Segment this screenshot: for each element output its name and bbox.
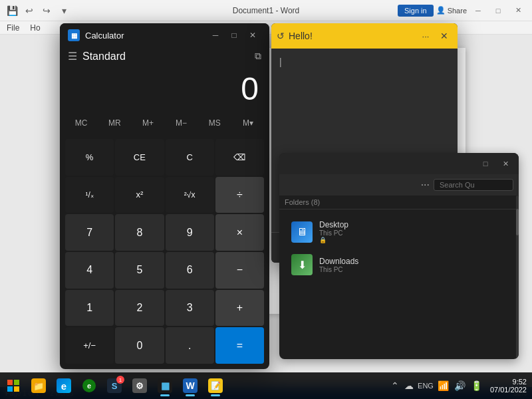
taskbar-app-notepad[interactable]: 📝 [203,374,227,398]
calc-buttons-grid: % CE C ⌫ ¹/ₓ x² ²√x ÷ 7 8 9 × 4 5 6 − 1 … [60,136,269,369]
lang-indicator[interactable]: ENG [418,382,434,390]
taskbar-app-settings[interactable]: ⚙ [128,374,152,398]
calc-1-button[interactable]: 1 [65,290,114,327]
calc-c-button[interactable]: C [166,139,214,176]
ribbon-home[interactable]: Ho [30,23,40,33]
undo-icon[interactable]: ↩ [23,4,36,17]
fe-scrollbar-thumb [516,209,519,235]
calc-percent-button[interactable]: % [65,139,114,176]
taskbar-app-word[interactable]: W [178,374,202,398]
keep-on-top-icon[interactable]: ⧉ [255,51,261,62]
notepad-history-icon[interactable]: ↺ [277,31,285,41]
calc-negate-button[interactable]: +/− [65,327,114,364]
start-button[interactable] [3,375,24,396]
calc-menu-icon[interactable]: ☰ [68,50,77,63]
fe-maximize-button[interactable]: □ [477,157,493,170]
fe-toolbar: ··· [279,174,519,196]
calc-header: ☰ Standard ⧉ [60,47,269,65]
fe-more-button[interactable]: ··· [417,178,434,192]
customize-icon[interactable]: ▾ [57,4,70,17]
calc-sqrt-button[interactable]: ²√x [166,177,214,213]
wifi-icon[interactable]: 📶 [436,379,450,392]
taskbar-app-calculator[interactable]: ▦ [153,374,177,398]
volume-icon[interactable]: 🔊 [453,379,467,392]
calc-9-button[interactable]: 9 [166,214,214,251]
calc-equals-button[interactable]: = [215,327,264,364]
word-maximize-button[interactable]: □ [489,4,507,17]
sign-in-button[interactable]: Sign in [398,5,434,17]
taskbar-clock[interactable]: 9:52 07/01/2022 [487,376,529,395]
svg-rect-3 [14,386,19,392]
share-button[interactable]: 👤 Share [436,6,467,15]
calc-multiply-button[interactable]: × [215,214,264,251]
calc-close-button[interactable]: ✕ [244,27,261,43]
fe-close-button[interactable]: ✕ [497,157,513,170]
word-close-button[interactable]: ✕ [509,4,527,17]
taskbar-app-steam[interactable]: S 1 [102,374,126,398]
fe-item-name-desktop: Desktop [319,220,507,229]
edge-icon: e [57,378,71,393]
fe-item-text: Desktop This PC 🔒 [319,220,507,243]
word-title: Document1 - Word [233,6,299,15]
calc-mc-button[interactable]: MC [65,112,97,134]
calc-decimal-button[interactable]: . [166,327,214,364]
calc-mv-button[interactable]: M▾ [232,112,264,134]
sys-tray: ⌃ ☁ ENG 📶 🔊 🔋 [390,379,483,392]
fe-downloads-icon: ⬇ [291,254,313,275]
fe-item-sub-desktop: This PC [319,229,507,237]
notepad-titlebar: ↺ Hello! ··· ✕ [271,23,458,49]
share-icon: 👤 [436,6,446,15]
fe-item-text-downloads: Downloads This PC [319,257,507,273]
calc-mminus-button[interactable]: M− [166,112,198,134]
redo-icon[interactable]: ↪ [40,4,53,17]
calc-square-button[interactable]: x² [115,177,164,213]
calc-reciprocal-button[interactable]: ¹/ₓ [65,177,114,213]
calc-titlebar-controls: ─ □ ✕ [207,27,261,43]
tray-expand-icon[interactable]: ⌃ [390,379,400,392]
notepad-title-input[interactable]: Hello! [289,31,368,41]
calc-0-button[interactable]: 0 [115,327,164,364]
taskbar-right: ⌃ ☁ ENG 📶 🔊 🔋 9:52 07/01/2022 [390,376,529,395]
start-icon [7,379,20,392]
calc-minus-button[interactable]: − [215,252,264,289]
battery-icon[interactable]: 🔋 [469,379,483,392]
save-icon[interactable]: 💾 [5,4,19,17]
calc-2-button[interactable]: 2 [115,290,164,327]
onedrive-icon[interactable]: ☁ [403,379,415,392]
settings-icon: ⚙ [132,378,147,393]
fe-item-downloads[interactable]: ⬇ Downloads This PC [285,249,513,281]
word-titlebar-right: Sign in 👤 Share ─ □ ✕ [398,4,527,17]
calc-minimize-button[interactable]: ─ [207,27,224,43]
taskbar: 📁 e e S 1 ⚙ ▦ W 📝 [0,372,532,399]
fe-search-input[interactable] [434,179,513,191]
word-minimize-button[interactable]: ─ [469,4,487,17]
calc-8-button[interactable]: 8 [115,214,164,251]
word-taskbar-icon: W [183,378,198,393]
taskbar-app-edge[interactable]: e [52,374,76,398]
taskbar-app-explorer[interactable]: 📁 [27,374,51,398]
taskbar-app-edge-chromium[interactable]: e [77,374,101,398]
calc-divide-button[interactable]: ÷ [215,177,264,213]
notepad-taskbar-icon: 📝 [208,378,223,393]
calc-plus-button[interactable]: + [215,290,264,327]
calc-6-button[interactable]: 6 [166,252,214,289]
fe-scrollbar[interactable] [516,196,519,359]
calc-mr-button[interactable]: MR [98,112,130,134]
calc-4-button[interactable]: 4 [65,252,114,289]
svg-text:e: e [87,382,91,390]
file-explorer-window: □ ✕ ··· Folders (8) 🖥 Desktop This PC 🔒 … [279,153,519,359]
notepad-more-button[interactable]: ··· [418,28,434,44]
calc-ms-button[interactable]: MS [199,112,231,134]
calc-ce-button[interactable]: CE [115,139,164,176]
fe-content-area: 🖥 Desktop This PC 🔒 ⬇ Downloads This PC [279,209,519,286]
calc-7-button[interactable]: 7 [65,214,114,251]
fe-item-desktop[interactable]: 🖥 Desktop This PC 🔒 [285,215,513,249]
notepad-close-button[interactable]: ✕ [436,28,452,44]
calc-3-button[interactable]: 3 [166,290,214,327]
calc-backspace-button[interactable]: ⌫ [215,139,264,176]
fe-desktop-icon: 🖥 [291,221,313,243]
calc-restore-button[interactable]: □ [225,27,243,43]
ribbon-file[interactable]: File [7,23,19,33]
calc-mplus-button[interactable]: M+ [132,112,164,134]
calc-5-button[interactable]: 5 [115,252,164,289]
